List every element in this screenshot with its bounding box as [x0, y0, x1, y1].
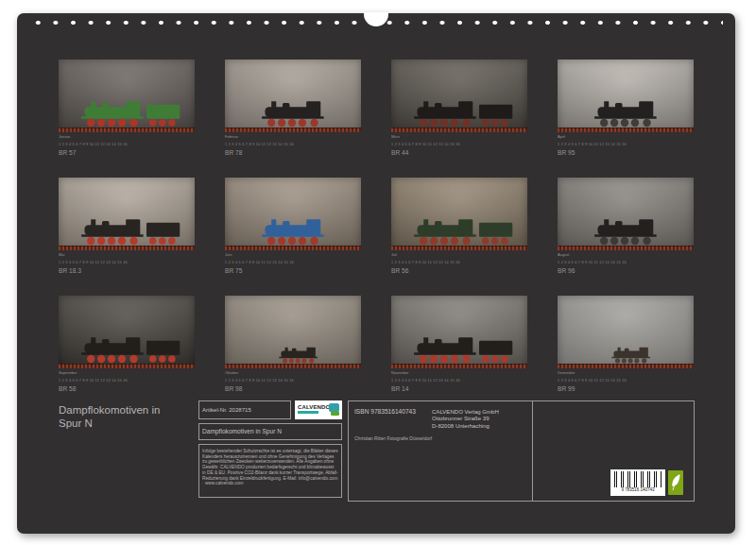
mini-calendar-days-row1: 1 2 3 4 5 6 7 8 9 10 11 12 13 14 15 16 [558, 143, 694, 146]
mini-calendar-month: April [558, 134, 694, 139]
engine-silhouette [81, 101, 144, 127]
eco-label [668, 470, 683, 495]
month-label: BR 18.3 [59, 267, 195, 275]
month-label: BR 96 [558, 267, 694, 275]
mini-calendar: Juni 1 2 3 4 5 6 7 8 9 10 11 12 13 14 15… [225, 252, 361, 265]
track-strip [225, 364, 361, 368]
month-photo [391, 60, 527, 132]
mini-calendar-month: Mai [59, 252, 195, 257]
steam-locomotive-icon [580, 100, 694, 128]
month-label: BR 44 [391, 149, 527, 157]
engine-silhouette [262, 101, 324, 127]
mini-calendar-days-row1: 1 2 3 4 5 6 7 8 9 10 11 12 13 14 15 16 [391, 261, 527, 264]
mini-calendar: November 1 2 3 4 5 6 7 8 9 10 11 12 13 1… [391, 370, 527, 383]
tender-silhouette [479, 223, 512, 245]
tender-silhouette [479, 341, 512, 363]
inner-title-cell: Dampflokomotiven in Spur N [198, 423, 342, 440]
tender-silhouette [146, 341, 180, 363]
engine-silhouette [414, 101, 476, 127]
mini-calendar: März 1 2 3 4 5 6 7 8 9 10 11 12 13 14 15… [391, 134, 527, 147]
calvendo-logo-accent-bar [298, 411, 318, 414]
track-strip [391, 364, 527, 368]
month-label: BR 75 [225, 267, 361, 275]
steam-locomotive-icon [400, 100, 519, 128]
calendar-back-cover: Januar 1 2 3 4 5 6 7 8 9 10 11 12 13 14 … [0, 0, 756, 545]
mini-calendar-days-row1: 1 2 3 4 5 6 7 8 9 10 11 12 13 14 15 16 [225, 143, 361, 146]
mini-calendar-days-row1: 1 2 3 4 5 6 7 8 9 10 11 12 13 14 15 16 [391, 143, 527, 146]
mini-calendar-month: Dezember [558, 370, 694, 375]
mini-calendar-days-row1: 1 2 3 4 5 6 7 8 9 10 11 12 13 14 15 16 [558, 379, 694, 383]
month-tile: Dezember 1 2 3 4 5 6 7 8 9 10 11 12 13 1… [558, 296, 694, 392]
month-label: BR 56 [391, 267, 527, 275]
legal-text: Infolge bestehender Schutzrechte ist es … [202, 448, 338, 486]
mini-calendar: Mai 1 2 3 4 5 6 7 8 9 10 11 12 13 14 15 … [59, 252, 195, 265]
engine-silhouette [594, 219, 657, 245]
month-photo [225, 296, 361, 368]
month-photo [59, 296, 195, 368]
month-label: BR 99 [558, 385, 694, 393]
month-photo [558, 296, 694, 368]
track-strip [59, 246, 195, 250]
mini-calendar-days-row1: 1 2 3 4 5 6 7 8 9 10 11 12 13 14 15 16 [391, 379, 527, 383]
month-tile: Februar 1 2 3 4 5 6 7 8 9 10 11 12 13 14… [225, 60, 361, 156]
engine-silhouette [262, 219, 324, 245]
engine-silhouette [414, 337, 476, 363]
tender-silhouette [146, 105, 180, 127]
month-tile: August 1 2 3 4 5 6 7 8 9 10 11 12 13 14 … [558, 178, 694, 274]
legal-text-cell: Infolge bestehender Schutzrechte ist es … [198, 444, 342, 498]
track-strip [59, 128, 195, 132]
mini-calendar-days-row1: 1 2 3 4 5 6 7 8 9 10 11 12 13 14 15 16 [59, 143, 195, 146]
mini-calendar-days-row1: 1 2 3 4 5 6 7 8 9 10 11 12 13 14 15 16 [59, 379, 195, 383]
mini-calendar: August 1 2 3 4 5 6 7 8 9 10 11 12 13 14 … [558, 252, 694, 265]
month-grid: Januar 1 2 3 4 5 6 7 8 9 10 11 12 13 14 … [59, 60, 694, 392]
article-number-cell: Artikel-Nr. 2028715 [198, 400, 291, 419]
calvendo-logo: CALVENDO [295, 400, 342, 419]
month-tile: November 1 2 3 4 5 6 7 8 9 10 11 12 13 1… [391, 296, 527, 392]
calvendo-logo-icon [329, 403, 339, 416]
track-strip [558, 246, 694, 250]
mini-calendar-days-row1: 1 2 3 4 5 6 7 8 9 10 11 12 13 14 15 16 [225, 261, 361, 264]
mini-calendar-days-row1: 1 2 3 4 5 6 7 8 9 10 11 12 13 14 15 16 [558, 261, 694, 264]
mini-calendar: September 1 2 3 4 5 6 7 8 9 10 11 12 13 … [59, 370, 195, 383]
month-tile: Juli 1 2 3 4 5 6 7 8 9 10 11 12 13 14 15… [391, 178, 527, 274]
steam-locomotive-icon [400, 218, 519, 246]
track-strip [225, 128, 361, 132]
month-tile: Mai 1 2 3 4 5 6 7 8 9 10 11 12 13 14 15 … [59, 178, 195, 274]
publisher-line1: CALVENDO Verlag GmbH [432, 408, 499, 416]
mini-calendar-days-row1: 1 2 3 4 5 6 7 8 9 10 11 12 13 14 15 16 [59, 261, 195, 264]
eco-leaf-icon [670, 473, 681, 492]
engine-silhouette [279, 348, 318, 364]
isbn-text: ISBN 9783516140743 [354, 408, 416, 416]
month-photo [225, 178, 361, 250]
mini-calendar-month: August [558, 252, 694, 257]
footer-info-area: Dampflokomotiven in Spur N Artikel-Nr. 2… [59, 400, 720, 502]
barcode-bars [614, 471, 662, 487]
calendar-title: Dampflokomotiven in Spur N [59, 400, 198, 431]
steam-locomotive-icon [580, 218, 694, 246]
month-label: BR 57 [59, 149, 195, 157]
month-photo [59, 60, 195, 132]
mini-calendar: Oktober 1 2 3 4 5 6 7 8 9 10 11 12 13 14… [225, 370, 361, 383]
steam-locomotive-icon [270, 347, 344, 364]
track-strip [558, 128, 694, 132]
month-photo [391, 296, 527, 368]
mini-calendar-month: März [391, 134, 527, 139]
month-label: BR 95 [558, 149, 694, 157]
steam-locomotive-icon [67, 100, 186, 128]
mini-calendar-month: November [391, 370, 527, 375]
product-info-table: Artikel-Nr. 2028715 CALVENDO Dampflokomo… [198, 400, 342, 498]
steam-locomotive-icon [400, 336, 519, 364]
mini-calendar-days-row1: 1 2 3 4 5 6 7 8 9 10 11 12 13 14 15 16 [225, 379, 361, 383]
calendar-title-line2: Spur N [59, 417, 198, 431]
tender-silhouette [479, 105, 512, 127]
publisher-line2: Ottobrunner Straße 39 [432, 416, 499, 423]
month-label: BR 58 [59, 385, 195, 393]
barcode: 9 783516 140743 [610, 469, 665, 496]
publisher-line3: D-82008 Unterhaching [432, 422, 499, 430]
mini-calendar-month: Oktober [225, 370, 361, 375]
mini-calendar-month: Februar [225, 134, 361, 139]
inner-title: Dampflokomotiven in Spur N [202, 428, 338, 435]
track-strip [225, 246, 361, 250]
steam-locomotive-icon [248, 100, 361, 128]
month-tile: Oktober 1 2 3 4 5 6 7 8 9 10 11 12 13 14… [225, 296, 361, 392]
